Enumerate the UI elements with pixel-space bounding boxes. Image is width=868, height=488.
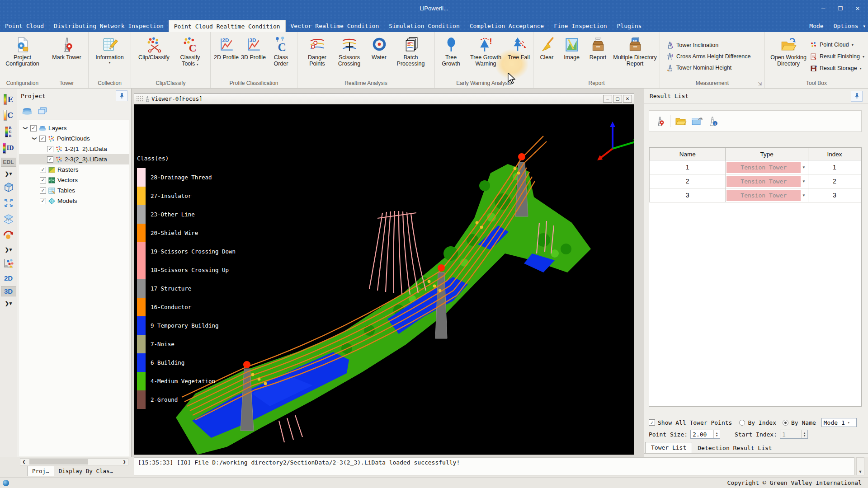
checkbox-pointclouds[interactable]: ✓ bbox=[39, 136, 46, 142]
batch-processing-button[interactable]: Batch Processing bbox=[392, 34, 430, 79]
locate-tower-icon[interactable] bbox=[655, 116, 665, 127]
tree-fall-button[interactable]: Tree Fall bbox=[506, 34, 532, 79]
view-2d-button[interactable]: 2D bbox=[1, 273, 16, 283]
column-header-name[interactable]: Name bbox=[650, 148, 726, 160]
checkbox-vectors[interactable]: ✓ bbox=[40, 177, 46, 183]
tab-project[interactable]: Proj… bbox=[27, 466, 54, 476]
checkbox-models[interactable]: ✓ bbox=[40, 198, 46, 204]
result-storage-menu-item[interactable]: Result Storage ▾ bbox=[810, 63, 864, 74]
full-extent-button[interactable] bbox=[1, 197, 16, 209]
tab-tower-list[interactable]: Tower List bbox=[645, 442, 692, 453]
cell-index[interactable]: 1 bbox=[808, 160, 861, 174]
cube-view-button[interactable] bbox=[1, 181, 16, 193]
tab-distributing-network-inspection[interactable]: Distributing Network Inspection bbox=[49, 20, 169, 32]
tab-point-cloud[interactable]: Point Cloud bbox=[0, 20, 49, 32]
project-configuration-button[interactable]: Project Configuration bbox=[2, 34, 43, 79]
display-by-class-button[interactable]: C bbox=[1, 109, 16, 122]
cell-name[interactable]: 2 bbox=[650, 174, 726, 188]
checkbox-layers[interactable]: ✓ bbox=[30, 125, 37, 131]
restore-window-icon[interactable]: ❐ bbox=[833, 3, 848, 14]
result-finishing-menu-item[interactable]: Result Finishing ▾ bbox=[810, 51, 864, 62]
cell-index[interactable]: 3 bbox=[808, 188, 861, 202]
water-button[interactable]: Water bbox=[367, 34, 392, 79]
tree-item-layers[interactable]: ❯ ✓ Layers bbox=[19, 123, 129, 133]
type-caret-icon[interactable]: ▼ bbox=[801, 165, 807, 169]
view-3d-button[interactable]: 3D bbox=[1, 286, 16, 296]
more-tools-button[interactable]: ❯▾ bbox=[1, 246, 16, 253]
tree-growth-button[interactable]: Tree Growth bbox=[437, 34, 466, 79]
cell-name[interactable]: 3 bbox=[650, 188, 726, 202]
table-row[interactable]: 3 Tension Tower▼ 3 bbox=[650, 188, 861, 202]
cell-name[interactable]: 1 bbox=[650, 160, 726, 174]
classify-tools-button[interactable]: C Classify Tools ▾ bbox=[174, 34, 207, 79]
cross-section-button[interactable] bbox=[1, 212, 16, 226]
export-result-icon[interactable] bbox=[691, 116, 703, 126]
open-working-directory-button[interactable]: Open Working Directory bbox=[769, 34, 808, 79]
tree-item-lidata-2[interactable]: ✓ 2-3(2_3).LiData bbox=[19, 154, 129, 164]
table-row[interactable]: 1 Tension Tower▼ 1 bbox=[650, 160, 861, 174]
class-order-button[interactable]: C Class Order bbox=[267, 34, 295, 79]
options-menu[interactable]: Options bbox=[829, 20, 863, 32]
tab-plugins[interactable]: Plugins bbox=[612, 20, 647, 32]
tab-fine-inspection[interactable]: Fine Inspection bbox=[549, 20, 612, 32]
profile-2d-button[interactable]: 2D 2D Profile bbox=[213, 34, 240, 79]
checkbox-lidata-1[interactable]: ✓ bbox=[47, 146, 53, 152]
checkbox-rasters[interactable]: ✓ bbox=[40, 167, 46, 173]
checkbox-tables[interactable]: ✓ bbox=[40, 188, 46, 194]
tree-growth-warning-button[interactable]: ! Tree Growth Warning bbox=[466, 34, 506, 79]
add-layer-icon[interactable] bbox=[22, 107, 33, 116]
display-more-button[interactable]: ❯▾ bbox=[1, 170, 16, 178]
type-dropdown[interactable]: Tension Tower bbox=[726, 190, 801, 201]
type-dropdown[interactable]: Tension Tower bbox=[726, 162, 801, 173]
viewer-minimize-icon[interactable]: – bbox=[603, 95, 612, 103]
cell-type[interactable]: Tension Tower▼ bbox=[726, 188, 808, 202]
rotate-view-button[interactable] bbox=[1, 229, 16, 243]
type-caret-icon[interactable]: ▼ bbox=[801, 179, 807, 183]
viewer-title-bar[interactable]: Viewer-0[Focus] – ▢ ✕ bbox=[134, 94, 634, 104]
mark-tower-button[interactable]: Mark Tower bbox=[51, 34, 83, 79]
spinner-arrows-icon[interactable]: ▲▼ bbox=[713, 430, 720, 438]
tab-point-cloud-realtime-condition[interactable]: Point Cloud Realtime Condition bbox=[169, 20, 286, 32]
image-button[interactable]: Image bbox=[559, 34, 585, 79]
viewer-close-icon[interactable]: ✕ bbox=[623, 95, 632, 103]
cross-arms-height-difference-item[interactable]: Cross Arms Height Difference bbox=[666, 51, 764, 62]
cell-type[interactable]: Tension Tower▼ bbox=[726, 160, 808, 174]
clear-button[interactable]: Clear bbox=[535, 34, 559, 79]
classify-tools-dropdown-icon[interactable]: ▾ bbox=[197, 62, 198, 66]
tab-display-by-class[interactable]: Display By Clas… bbox=[54, 466, 118, 476]
point-size-spinner[interactable]: 2.00▲▼ bbox=[690, 430, 720, 439]
tower-info-icon[interactable]: i bbox=[708, 116, 718, 127]
information-dropdown-icon[interactable]: ▾ bbox=[108, 61, 110, 65]
clip-classify-button[interactable]: Clip/Classify bbox=[135, 34, 174, 79]
tab-detection-result-list[interactable]: Detection Result List bbox=[692, 443, 777, 453]
tree-item-rasters[interactable]: ✓ Rasters bbox=[19, 164, 129, 175]
mode-menu[interactable]: Mode bbox=[804, 20, 828, 32]
tree-item-vectors[interactable]: ✓ Vectors bbox=[19, 175, 129, 185]
display-by-rgb-button[interactable]: RGB bbox=[1, 125, 16, 139]
dialog-launcher-icon[interactable]: ⇲ bbox=[758, 80, 762, 88]
report-button[interactable]: Report bbox=[585, 34, 612, 79]
tower-nominal-height-item[interactable]: Tower Nominal Height bbox=[666, 62, 764, 74]
show-all-tower-points-checkbox[interactable]: ✓ bbox=[649, 419, 655, 426]
profile-3d-button[interactable]: 3D 3D Profile bbox=[240, 34, 267, 79]
tower-inclination-item[interactable]: Tower Inclination bbox=[666, 40, 764, 51]
scroll-right-icon[interactable]: ❯ bbox=[121, 460, 128, 464]
viewport-3d[interactable]: Class(es) 28-Drainage Thread 27-Insulato… bbox=[134, 104, 634, 455]
display-by-id-button[interactable]: ID bbox=[1, 142, 16, 155]
tree-item-models[interactable]: ✓ Models bbox=[19, 196, 129, 206]
point-cloud-menu-item[interactable]: Point Cloud ▾ bbox=[810, 39, 864, 50]
expander-icon[interactable]: ❯ bbox=[23, 126, 28, 131]
close-window-icon[interactable]: ✕ bbox=[850, 3, 865, 14]
open-folder-icon[interactable] bbox=[675, 116, 687, 126]
display-by-elevation-button[interactable]: E bbox=[1, 93, 16, 106]
tree-item-tables[interactable]: ✓ Tables bbox=[19, 185, 129, 196]
minimize-window-icon[interactable]: ─ bbox=[816, 3, 831, 14]
table-row[interactable]: 2 Tension Tower▼ 2 bbox=[650, 174, 861, 188]
point-settings-button[interactable] bbox=[1, 257, 16, 270]
tab-vector-realtime-condition[interactable]: Vector Realtime Condition bbox=[286, 20, 384, 32]
project-pin-button[interactable] bbox=[116, 90, 127, 101]
start-index-spinner[interactable]: 1▲▼ bbox=[780, 430, 808, 439]
danger-points-button[interactable]: Danger Points bbox=[302, 34, 332, 79]
tab-simulation-condition[interactable]: Simulation Condition bbox=[384, 20, 465, 32]
spinner-arrows-icon-2[interactable]: ▲▼ bbox=[801, 430, 807, 438]
